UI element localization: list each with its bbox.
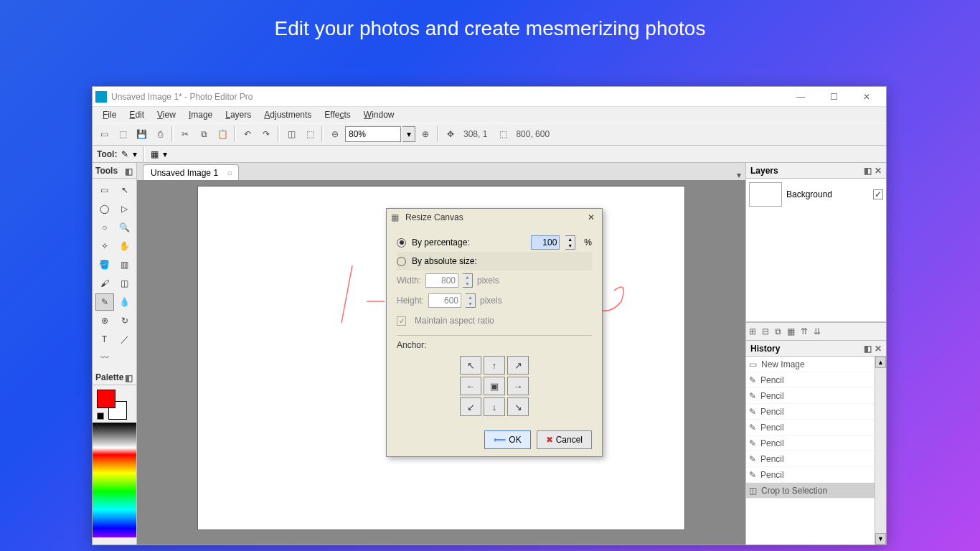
by-percentage-radio[interactable] xyxy=(397,238,406,248)
history-item[interactable]: ▭New Image xyxy=(746,357,886,372)
picker-tool[interactable]: 💧 xyxy=(116,293,134,311)
redo-icon[interactable]: ↷ xyxy=(258,126,275,143)
clone-tool[interactable]: ⊕ xyxy=(95,312,114,329)
panel-detach-icon[interactable]: ◧ xyxy=(864,344,872,354)
panel-detach-icon[interactable]: ◧ xyxy=(125,373,133,382)
zoom-tool[interactable]: 🔍 xyxy=(116,219,134,236)
history-item[interactable]: ◫Crop to Selection xyxy=(746,483,886,499)
ok-button[interactable]: ⟸OK xyxy=(484,430,530,449)
dropdown-icon[interactable]: ▾ xyxy=(133,149,137,159)
ellipse-tool[interactable]: ○ xyxy=(95,219,114,236)
menu-layers[interactable]: Layers xyxy=(220,108,257,121)
anchor-se[interactable]: ↘ xyxy=(507,397,529,416)
history-item[interactable]: ✎Pencil xyxy=(746,372,886,388)
menu-view[interactable]: View xyxy=(151,108,182,121)
maximize-button[interactable]: ☐ xyxy=(817,88,850,106)
percentage-input[interactable] xyxy=(531,235,560,250)
width-input[interactable] xyxy=(425,273,458,288)
cut-icon[interactable]: ✂ xyxy=(176,126,194,143)
anchor-e[interactable]: → xyxy=(507,377,529,395)
copy-icon[interactable]: ⧉ xyxy=(195,126,212,143)
color-spectrum[interactable] xyxy=(93,423,136,537)
height-input[interactable] xyxy=(428,293,461,308)
anchor-nw[interactable]: ↖ xyxy=(460,356,481,375)
zoom-out-icon[interactable]: ⊖ xyxy=(326,126,344,143)
anchor-ne[interactable]: ↗ xyxy=(507,356,529,375)
panel-detach-icon[interactable]: ◧ xyxy=(864,166,872,176)
zoom-in-icon[interactable]: ⊕ xyxy=(417,126,434,143)
line-tool[interactable]: ／ xyxy=(116,331,134,348)
text-tool[interactable]: T xyxy=(95,331,114,348)
cancel-button[interactable]: ✖Cancel xyxy=(537,430,592,449)
height-spinner[interactable]: ▲▼ xyxy=(466,293,476,308)
print-icon[interactable]: ⎙ xyxy=(151,126,169,143)
pan-tool[interactable]: ✋ xyxy=(116,237,134,255)
menu-adjustments[interactable]: Adjustments xyxy=(258,108,317,121)
dropdown-icon[interactable]: ▾ xyxy=(163,149,167,159)
rect-select-tool[interactable]: ▭ xyxy=(95,182,114,199)
crop-icon[interactable]: ◫ xyxy=(283,126,300,143)
move-down-icon[interactable]: ⇊ xyxy=(814,326,821,336)
save-icon[interactable]: 💾 xyxy=(133,126,150,143)
open-icon[interactable]: ⬚ xyxy=(114,126,131,143)
anchor-w[interactable]: ← xyxy=(460,377,481,395)
history-item[interactable]: ✎Pencil xyxy=(746,435,886,451)
panel-detach-icon[interactable]: ◧ xyxy=(125,166,133,175)
add-layer-icon[interactable]: ⊞ xyxy=(749,326,756,336)
percentage-spinner[interactable]: ▲▼ xyxy=(565,235,575,250)
maintain-ratio-checkbox[interactable]: ✓ xyxy=(397,316,406,326)
eraser-tool[interactable]: ◫ xyxy=(116,275,134,292)
duplicate-layer-icon[interactable]: ⧉ xyxy=(775,326,781,336)
menu-effects[interactable]: Effects xyxy=(319,108,356,121)
close-button[interactable]: ✕ xyxy=(850,88,883,106)
gradient-tool[interactable]: ▥ xyxy=(116,256,134,273)
by-absolute-radio[interactable] xyxy=(397,257,406,266)
anchor-n[interactable]: ↑ xyxy=(484,356,505,375)
minimize-button[interactable]: — xyxy=(784,88,817,106)
lasso-tool[interactable]: ◯ xyxy=(95,200,114,217)
menu-edit[interactable]: Edit xyxy=(123,108,150,121)
layer-visibility-checkbox[interactable]: ✓ xyxy=(873,189,883,199)
undo-icon[interactable]: ↶ xyxy=(239,126,256,143)
layers-icon[interactable]: ▦ xyxy=(151,149,159,159)
anchor-sw[interactable]: ↙ xyxy=(460,397,481,416)
panel-close-icon[interactable]: ✕ xyxy=(875,166,882,176)
foreground-color[interactable] xyxy=(97,390,116,408)
brush-tool[interactable]: 🖌 xyxy=(95,275,114,292)
anchor-center[interactable]: ▣ xyxy=(484,377,505,395)
new-icon[interactable]: ▭ xyxy=(95,126,113,143)
by-absolute-row[interactable]: By absolute size: xyxy=(397,252,592,270)
layer-row[interactable]: Background ✓ xyxy=(748,180,885,209)
history-item[interactable]: ✎Pencil xyxy=(746,388,886,404)
swap-colors-icon[interactable] xyxy=(97,413,104,420)
tab-close-icon[interactable]: ○ xyxy=(227,168,232,178)
merge-layer-icon[interactable]: ▦ xyxy=(787,326,795,336)
menu-file[interactable]: File xyxy=(97,108,122,121)
by-percentage-row[interactable]: By percentage: ▲▼ % xyxy=(397,233,592,252)
scroll-down-icon[interactable]: ▼ xyxy=(875,533,886,545)
zoom-dropdown[interactable]: ▾ xyxy=(402,126,415,142)
document-tab[interactable]: Unsaved Image 1 ○ xyxy=(143,164,239,180)
width-spinner[interactable]: ▲▼ xyxy=(463,273,473,288)
anchor-s[interactable]: ↓ xyxy=(484,397,505,416)
shape-tool[interactable]: 〰 xyxy=(95,349,114,367)
pencil-tool[interactable]: ✎ xyxy=(95,293,114,311)
history-item[interactable]: ✎Pencil xyxy=(746,451,886,467)
delete-layer-icon[interactable]: ⊟ xyxy=(762,326,769,336)
history-item[interactable]: ✎Pencil xyxy=(746,420,886,435)
menu-image[interactable]: Image xyxy=(183,108,218,121)
wand-tool[interactable]: ✧ xyxy=(95,237,114,255)
history-item[interactable]: ✎Pencil xyxy=(746,404,886,420)
panel-close-icon[interactable]: ✕ xyxy=(875,344,882,354)
tabs-dropdown-icon[interactable]: ▾ xyxy=(737,170,741,180)
history-item[interactable]: ✎Pencil xyxy=(746,467,886,483)
paste-icon[interactable]: 📋 xyxy=(214,126,231,143)
move-sel-tool[interactable]: ▷ xyxy=(116,200,134,217)
dialog-close-button[interactable]: ✕ xyxy=(585,211,598,224)
deselect-icon[interactable]: ⬚ xyxy=(301,126,319,143)
menu-window[interactable]: Window xyxy=(358,108,400,121)
bucket-tool[interactable]: 🪣 xyxy=(95,256,114,273)
move-up-icon[interactable]: ⇈ xyxy=(801,326,808,336)
scroll-up-icon[interactable]: ▲ xyxy=(875,357,886,368)
history-scrollbar[interactable]: ▲ ▼ xyxy=(875,357,886,545)
